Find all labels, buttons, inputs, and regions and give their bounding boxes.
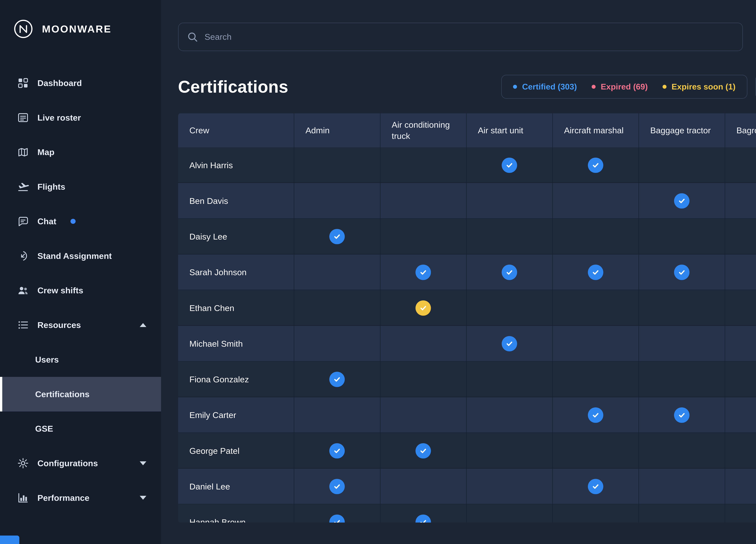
cert-cell[interactable] (552, 469, 639, 504)
column-header-crew[interactable]: Crew (178, 113, 294, 147)
sidebar-item-chat[interactable]: Chat (0, 204, 161, 239)
crew-name: Daisy Lee (178, 219, 294, 255)
cert-status-certified-check-icon[interactable] (502, 158, 517, 173)
sidebar-item-flights[interactable]: Flights (0, 169, 161, 204)
cert-cell (552, 433, 639, 469)
sidebar-item-stand-assignment[interactable]: Stand Assignment (0, 239, 161, 273)
search-input[interactable] (205, 32, 734, 42)
cert-cell[interactable] (552, 255, 639, 290)
column-header-label: Crew (189, 125, 209, 136)
cert-status-certified-check-icon[interactable] (502, 265, 517, 280)
cert-status-certified-check-icon[interactable] (415, 265, 431, 280)
dashboard-icon (17, 77, 29, 89)
cert-cell (380, 147, 466, 183)
cert-status-certified-check-icon[interactable] (674, 407, 689, 423)
cert-cell (639, 504, 725, 523)
cert-cell[interactable] (380, 255, 466, 290)
cert-cell[interactable] (552, 147, 639, 183)
crew-name: Hannah Brown (178, 504, 294, 523)
sidebar-item-gse[interactable]: GSE (0, 411, 161, 446)
crew-name: George Patel (178, 433, 294, 469)
cert-status-certified-check-icon[interactable] (329, 443, 345, 458)
cert-cell[interactable] (725, 147, 756, 183)
certifications-table[interactable]: CrewAdminAir conditioning truckAir start… (178, 113, 756, 523)
page-header: Certifications Certified (303) Expired (… (178, 75, 756, 99)
sidebar-item-label: Crew shifts (37, 285, 83, 295)
cert-cell[interactable] (639, 183, 725, 219)
cert-status-certified-check-icon[interactable] (415, 515, 431, 523)
column-header-baggage-tractor[interactable]: Baggage tractor (639, 113, 725, 147)
column-header-label: Aircraft marshal (564, 125, 624, 136)
cert-cell[interactable] (380, 433, 466, 469)
cert-cell[interactable] (639, 397, 725, 433)
sidebar-subitem-label: Users (35, 355, 59, 364)
cert-cell[interactable] (466, 147, 552, 183)
cert-cell (466, 290, 552, 326)
column-header-air-conditioning-truck[interactable]: Air conditioning truck (380, 113, 466, 147)
cert-status-certified-check-icon[interactable] (588, 158, 603, 173)
column-header-air-start-unit[interactable]: Air start unit (466, 113, 552, 147)
bottom-left-widget[interactable] (0, 536, 19, 544)
sidebar-item-live-roster[interactable]: Live roster (0, 100, 161, 135)
resources-icon (17, 319, 29, 331)
sidebar-item-label: Map (37, 147, 55, 157)
cert-cell[interactable] (466, 255, 552, 290)
cert-cell (294, 183, 380, 219)
cert-status-certified-check-icon[interactable] (674, 265, 689, 280)
cert-status-certified-check-icon[interactable] (674, 193, 689, 209)
sidebar-item-users[interactable]: Users (0, 342, 161, 377)
cert-status-certified-check-icon[interactable] (502, 336, 517, 351)
search-icon (187, 31, 198, 42)
cert-cell (466, 361, 552, 397)
column-header-bagroom-lead[interactable]: Bagroom lead (725, 113, 756, 147)
cert-cell[interactable] (725, 183, 756, 219)
cert-status-certified-check-icon[interactable] (329, 229, 345, 244)
sidebar-item-map[interactable]: Map (0, 135, 161, 170)
cert-cell[interactable] (380, 290, 466, 326)
cert-status-certified-check-icon[interactable] (588, 407, 603, 423)
sidebar-item-dashboard[interactable]: Dashboard (0, 66, 161, 100)
sidebar-item-label: Resources (37, 320, 81, 330)
cert-cell[interactable] (725, 255, 756, 290)
cert-status-certified-check-icon[interactable] (329, 372, 345, 387)
search-bar[interactable] (178, 23, 743, 51)
sidebar-item-performance[interactable]: Performance (0, 480, 161, 515)
crew-name: Ben Davis (178, 183, 294, 219)
cert-status-certified-check-icon[interactable] (329, 479, 345, 494)
sidebar-item-crew-shifts[interactable]: Crew shifts (0, 273, 161, 308)
cert-cell[interactable] (294, 469, 380, 504)
table-row-fiona-gonzalez: Fiona Gonzalez (178, 361, 756, 397)
cert-cell[interactable] (639, 255, 725, 290)
sidebar-item-resources[interactable]: Resources (0, 308, 161, 342)
filter-button[interactable]: Filter (755, 75, 756, 99)
cert-cell[interactable] (294, 433, 380, 469)
cert-cell[interactable] (294, 361, 380, 397)
cert-cell[interactable] (466, 326, 552, 361)
status-dot (513, 85, 517, 89)
brand[interactable]: MOONWARE (0, 17, 161, 41)
cert-status-expires-soon-check-icon[interactable] (415, 300, 431, 316)
sidebar-item-label: Configurations (37, 458, 98, 468)
cert-status-certified-check-icon[interactable] (415, 443, 431, 458)
map-icon (17, 146, 29, 158)
sidebar-item-certifications[interactable]: Certifications (0, 377, 161, 411)
cert-cell[interactable] (552, 397, 639, 433)
column-header-admin[interactable]: Admin (294, 113, 380, 147)
cert-cell[interactable] (725, 433, 756, 469)
flights-icon (17, 181, 29, 193)
cert-cell[interactable] (725, 504, 756, 523)
cert-cell[interactable] (294, 219, 380, 255)
cert-cell[interactable] (725, 361, 756, 397)
app-root: MOONWARE Dashboard Live roster Map Fligh… (0, 0, 756, 544)
crew-name: Ethan Chen (178, 290, 294, 326)
legend-certified: Certified (303) (513, 82, 577, 91)
sidebar-item-configurations[interactable]: Configurations (0, 446, 161, 480)
cert-status-certified-check-icon[interactable] (588, 265, 603, 280)
cert-cell[interactable] (725, 397, 756, 433)
cert-cell[interactable] (294, 504, 380, 523)
cert-cell[interactable] (380, 504, 466, 523)
cert-status-certified-check-icon[interactable] (588, 479, 603, 494)
chevron-up-icon (140, 323, 146, 327)
column-header-aircraft-marshal[interactable]: Aircraft marshal (552, 113, 639, 147)
cert-status-certified-check-icon[interactable] (329, 515, 345, 523)
